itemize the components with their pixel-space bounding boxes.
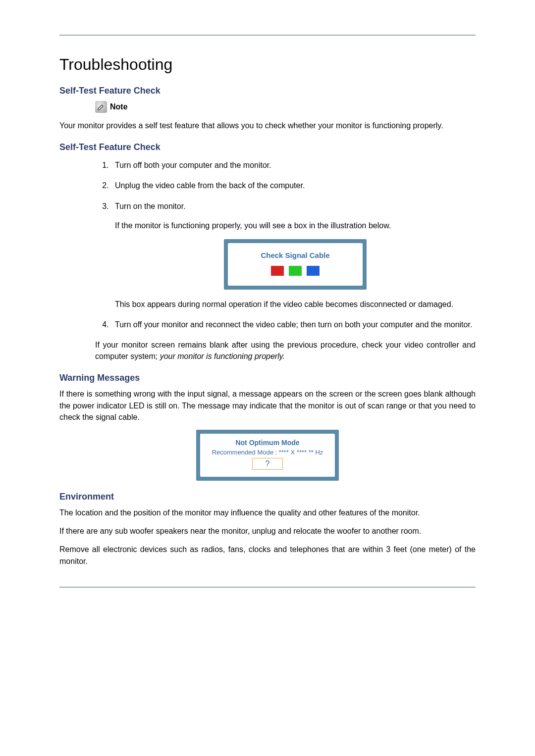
- osd-question-button: ?: [252, 458, 283, 470]
- list-item: Turn off your monitor and reconnect the …: [111, 319, 476, 330]
- warning-paragraph: If there is something wrong with the inp…: [59, 388, 476, 423]
- after-italic: your monitor is functioning properly.: [160, 352, 285, 360]
- osd-frame: Not Optimum Mode Recommended Mode : ****…: [196, 430, 339, 481]
- intro-paragraph: Your monitor provides a self test featur…: [59, 120, 476, 131]
- osd-not-optimum: Not Optimum Mode Recommended Mode : ****…: [59, 430, 476, 481]
- list-item: Unplug the video cable from the back of …: [111, 180, 476, 191]
- selftest-steps: Turn off both your computer and the moni…: [59, 159, 476, 330]
- osd-inner: Check Signal Cable: [228, 243, 363, 286]
- bottom-rule: [59, 587, 476, 588]
- note-icon: [95, 101, 107, 113]
- osd-title: Not Optimum Mode: [235, 439, 299, 447]
- page: Troubleshooting Self-Test Feature Check …: [0, 0, 535, 756]
- page-title: Troubleshooting: [59, 55, 476, 74]
- env-p3: Remove all electronic devices such as ra…: [59, 544, 476, 566]
- osd-subtitle: Recommended Mode : **** X **** ** Hz: [212, 449, 323, 456]
- step-text: Unplug the video cable from the back of …: [115, 181, 305, 190]
- swatch-red: [271, 266, 284, 276]
- env-p1: The location and the position of the mon…: [59, 507, 476, 518]
- swatch-green: [289, 266, 302, 276]
- section-heading-environment: Environment: [59, 492, 476, 502]
- step-sub-text-2: This box appears during normal operation…: [115, 299, 476, 310]
- swatch-blue: [307, 266, 320, 276]
- top-rule: [59, 35, 476, 36]
- env-p2: If there are any sub woofer speakers nea…: [59, 525, 476, 537]
- step-text: Turn on the monitor.: [115, 202, 186, 210]
- note-label: Note: [110, 102, 128, 111]
- osd-check-signal: Check Signal Cable: [115, 239, 476, 290]
- section-heading-selftest-2: Self-Test Feature Check: [59, 142, 476, 152]
- osd-title: Check Signal Cable: [261, 250, 329, 261]
- step-text: Turn off both your computer and the moni…: [115, 161, 271, 169]
- list-item: Turn on the monitor. If the monitor is f…: [111, 201, 476, 310]
- osd-frame: Check Signal Cable: [224, 239, 367, 290]
- step-text: Turn off your monitor and reconnect the …: [115, 320, 472, 329]
- color-swatches: [271, 266, 320, 276]
- section-heading-warning: Warning Messages: [59, 373, 476, 383]
- section-heading-selftest-1: Self-Test Feature Check: [59, 86, 476, 96]
- step-sub-text: If the monitor is functioning properly, …: [115, 220, 476, 231]
- selftest-after: If your monitor screen remains blank aft…: [95, 339, 476, 362]
- after-text: If your monitor screen remains blank aft…: [95, 341, 476, 360]
- note-row: Note: [95, 101, 476, 113]
- list-item: Turn off both your computer and the moni…: [111, 159, 476, 171]
- osd-inner: Not Optimum Mode Recommended Mode : ****…: [200, 434, 335, 477]
